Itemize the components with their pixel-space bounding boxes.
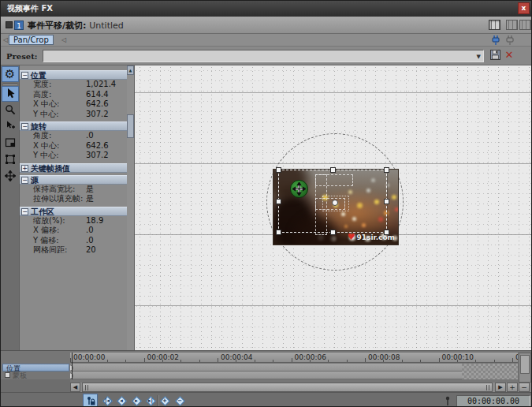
- preset-combobox[interactable]: ▼: [43, 50, 484, 62]
- scroll-up-arrow-icon[interactable]: ▲: [127, 65, 134, 75]
- selection-handle-bottom-left[interactable]: [276, 230, 281, 235]
- window-title-bar[interactable]: 视频事件 FX x: [1, 1, 531, 17]
- cursor-time-display[interactable]: 00:00:00.00: [456, 395, 530, 407]
- pan-crop-workspace[interactable]: ♥91sir.com: [135, 65, 532, 350]
- property-value[interactable]: 642.6: [86, 99, 109, 109]
- move-arrows-icon: [292, 182, 306, 196]
- section-title: 工作区: [31, 207, 54, 216]
- layout-grid-icon-3[interactable]: [519, 20, 531, 30]
- timeline-horizontal-scrollbar[interactable]: ◀ ▶ + −: [70, 383, 531, 392]
- property-value[interactable]: 1,021.4: [86, 80, 116, 89]
- section-title: 关键帧插值: [31, 164, 70, 173]
- ruler-tick: [512, 358, 513, 362]
- layout-grid-icon-1[interactable]: [489, 20, 500, 30]
- save-preset-button[interactable]: [489, 49, 501, 62]
- scrollbar-thumb[interactable]: [127, 114, 134, 138]
- track-label-mask[interactable]: 蒙板: [2, 372, 69, 379]
- selection-handle-top-left[interactable]: [276, 167, 281, 173]
- position-keyframe-track[interactable]: [70, 364, 518, 372]
- selection-handle-mid-left[interactable]: [276, 199, 281, 204]
- cursor-position-icon: [444, 396, 452, 406]
- last-keyframe-button[interactable]: ▸|: [144, 394, 157, 407]
- section-header-2[interactable]: −旋转: [20, 121, 127, 131]
- property-panel-scrollbar[interactable]: ▲: [127, 65, 135, 350]
- collapse-icon[interactable]: −: [21, 208, 28, 215]
- keyframe-glyph: +: [158, 394, 171, 407]
- timeline-playhead[interactable]: [72, 353, 73, 379]
- collapse-icon[interactable]: −: [21, 72, 28, 79]
- property-value[interactable]: 307.2: [86, 110, 109, 119]
- layout-grid-icon-2[interactable]: [506, 20, 518, 30]
- next-keyframe-button[interactable]: ▸: [130, 394, 143, 407]
- property-label: 宽度:: [33, 80, 51, 89]
- selection-handle-top-right[interactable]: [384, 167, 389, 173]
- property-value[interactable]: .0: [86, 236, 94, 245]
- move-freely-toggle[interactable]: [2, 169, 19, 185]
- section-title: 位置: [31, 71, 47, 80]
- zoom-in-time-button[interactable]: +: [507, 383, 518, 392]
- selection-handle-top-mid[interactable]: [330, 167, 336, 173]
- split-edit-tool[interactable]: [2, 119, 19, 135]
- property-value[interactable]: .0: [86, 131, 94, 140]
- scroll-right-button[interactable]: ▶: [495, 383, 506, 392]
- first-keyframe-button[interactable]: |◂: [101, 394, 113, 407]
- selection-handle-bottom-right[interactable]: [384, 230, 389, 235]
- toolbar-separator: [158, 395, 158, 406]
- property-value[interactable]: 307.2: [86, 151, 109, 160]
- lock-aspect-toggle[interactable]: [2, 152, 19, 168]
- plugin-chip-pan-crop[interactable]: Pan/Crop: [9, 35, 54, 45]
- selection-handle-mid-right[interactable]: [384, 199, 389, 204]
- properties-toggle[interactable]: ⚙: [2, 66, 19, 82]
- section-header-3[interactable]: +关键帧插值: [20, 163, 127, 173]
- property-label: X 偏移:: [33, 226, 59, 235]
- track-label-position[interactable]: 位置: [2, 364, 69, 372]
- edit-toolbar: ⚙: [1, 65, 20, 350]
- collapse-icon[interactable]: −: [21, 177, 28, 184]
- delete-keyframe-button[interactable]: −: [173, 394, 186, 407]
- previous-keyframe-button[interactable]: ◂: [115, 394, 128, 407]
- normal-edit-tool[interactable]: [2, 86, 19, 102]
- section-header-5[interactable]: −工作区: [20, 207, 127, 216]
- crop-selection-box[interactable]: [278, 170, 387, 233]
- magnifier-icon: [5, 104, 16, 117]
- zoom-out-time-button[interactable]: −: [519, 383, 530, 392]
- snap-toggle[interactable]: [2, 136, 19, 151]
- scroll-left-button[interactable]: ◀: [70, 383, 80, 392]
- collapse-icon[interactable]: −: [21, 123, 28, 130]
- move-cursor[interactable]: [290, 180, 308, 198]
- keyframe-glyph: ◂: [115, 394, 128, 407]
- ruler-tick: [383, 360, 384, 362]
- property-value[interactable]: 18.9: [86, 216, 103, 226]
- scrollbar-thumb[interactable]: [520, 355, 530, 374]
- move-cross-icon: [5, 170, 16, 183]
- timeline-vertical-scrollbar[interactable]: [519, 353, 531, 383]
- insert-keyframe-button[interactable]: +: [158, 394, 171, 407]
- scrollbar-thumb[interactable]: [82, 383, 493, 392]
- property-label: X 中心:: [33, 141, 59, 151]
- property-value[interactable]: .0: [86, 226, 94, 235]
- expand-icon[interactable]: +: [21, 165, 28, 172]
- plugin-chain-icon[interactable]: [490, 35, 501, 46]
- property-value[interactable]: 是: [86, 185, 94, 194]
- preset-dropdown-icon[interactable]: ▼: [477, 54, 481, 60]
- time-ruler[interactable]: 00:00:0000:00:0200:00:0400:00:0600:00:08…: [70, 353, 518, 363]
- selection-handle-bottom-mid[interactable]: [330, 230, 336, 235]
- property-label: 高度:: [33, 90, 51, 99]
- property-value[interactable]: 614.4: [86, 90, 109, 99]
- mask-keyframe-track[interactable]: [70, 372, 518, 379]
- ruler-tick: [70, 358, 71, 362]
- plugin-remove-icon[interactable]: [504, 35, 515, 46]
- property-value[interactable]: 642.6: [86, 141, 109, 151]
- ruler-tick: [420, 360, 421, 362]
- section-header-4[interactable]: −源: [20, 175, 127, 185]
- mask-checkbox[interactable]: [5, 372, 10, 378]
- close-button[interactable]: x: [518, 2, 530, 14]
- delete-preset-button[interactable]: ✕: [503, 49, 515, 62]
- property-value[interactable]: 是: [86, 194, 94, 204]
- section-header-1[interactable]: −位置: [20, 70, 127, 80]
- property-value[interactable]: 20: [86, 245, 96, 255]
- effect-enable-checkbox[interactable]: [6, 21, 13, 28]
- keyframe-tracks[interactable]: [70, 364, 518, 379]
- sync-cursor-button[interactable]: [83, 394, 98, 407]
- zoom-edit-tool[interactable]: [2, 103, 19, 118]
